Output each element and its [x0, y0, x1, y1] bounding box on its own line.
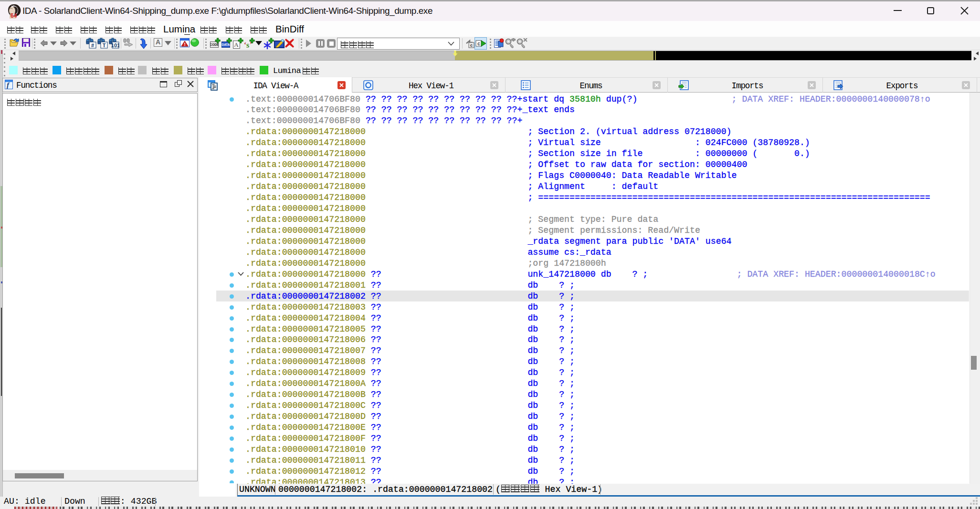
svg-text:101: 101 — [111, 42, 119, 48]
svg-text:#: # — [91, 42, 94, 48]
svg-text:DATA: DATA — [221, 43, 230, 46]
svg-text:A: A — [234, 41, 239, 48]
svg-text:c: c — [470, 43, 473, 48]
svg-text:T: T — [103, 42, 106, 48]
svg-text:CODE: CODE — [210, 43, 219, 46]
svg-text:s: s — [246, 41, 249, 49]
svg-text:c: c — [477, 41, 480, 46]
svg-text:64: 64 — [11, 12, 17, 19]
